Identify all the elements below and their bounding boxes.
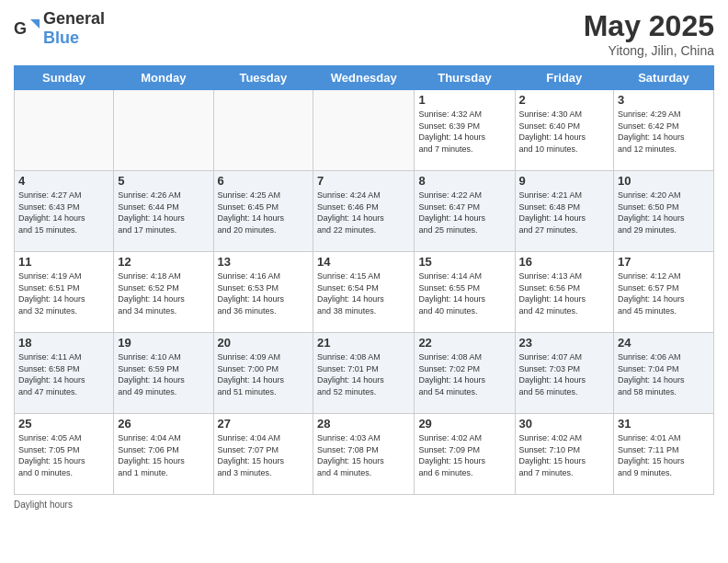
logo-blue: Blue <box>43 29 79 47</box>
calendar-cell: 22Sunrise: 4:08 AM Sunset: 7:02 PM Dayli… <box>415 333 515 414</box>
calendar-cell: 7Sunrise: 4:24 AM Sunset: 6:46 PM Daylig… <box>313 171 415 252</box>
day-number: 9 <box>519 174 610 188</box>
header-tuesday: Tuesday <box>213 66 313 90</box>
calendar-cell <box>114 90 213 171</box>
calendar-cell: 4Sunrise: 4:27 AM Sunset: 6:43 PM Daylig… <box>15 171 114 252</box>
calendar-cell: 3Sunrise: 4:29 AM Sunset: 6:42 PM Daylig… <box>614 90 714 171</box>
calendar-table: Sunday Monday Tuesday Wednesday Thursday… <box>14 65 714 495</box>
day-info: Sunrise: 4:13 AM Sunset: 6:56 PM Dayligh… <box>519 270 610 316</box>
day-info: Sunrise: 4:18 AM Sunset: 6:52 PM Dayligh… <box>118 270 209 316</box>
day-info: Sunrise: 4:05 AM Sunset: 7:05 PM Dayligh… <box>18 432 109 478</box>
day-info: Sunrise: 4:19 AM Sunset: 6:51 PM Dayligh… <box>18 270 109 316</box>
day-info: Sunrise: 4:11 AM Sunset: 6:58 PM Dayligh… <box>18 351 109 397</box>
day-number: 17 <box>618 255 710 269</box>
day-number: 22 <box>418 336 510 350</box>
calendar-cell: 13Sunrise: 4:16 AM Sunset: 6:53 PM Dayli… <box>213 252 313 333</box>
logo-icon: G <box>14 16 40 41</box>
calendar-cell: 29Sunrise: 4:02 AM Sunset: 7:09 PM Dayli… <box>415 414 515 495</box>
day-info: Sunrise: 4:02 AM Sunset: 7:10 PM Dayligh… <box>519 432 610 478</box>
calendar-cell: 17Sunrise: 4:12 AM Sunset: 6:57 PM Dayli… <box>614 252 714 333</box>
title-block: May 2025 Yitong, Jilin, China <box>584 9 714 58</box>
day-number: 18 <box>18 336 109 350</box>
week-row-1: 4Sunrise: 4:27 AM Sunset: 6:43 PM Daylig… <box>15 171 714 252</box>
week-row-2: 11Sunrise: 4:19 AM Sunset: 6:51 PM Dayli… <box>15 252 714 333</box>
day-info: Sunrise: 4:25 AM Sunset: 6:45 PM Dayligh… <box>218 190 310 236</box>
day-info: Sunrise: 4:22 AM Sunset: 6:47 PM Dayligh… <box>418 190 510 236</box>
calendar-cell: 8Sunrise: 4:22 AM Sunset: 6:47 PM Daylig… <box>415 171 515 252</box>
calendar-cell: 31Sunrise: 4:01 AM Sunset: 7:11 PM Dayli… <box>614 414 714 495</box>
calendar-cell: 24Sunrise: 4:06 AM Sunset: 7:04 PM Dayli… <box>614 333 714 414</box>
calendar-cell: 20Sunrise: 4:09 AM Sunset: 7:00 PM Dayli… <box>213 333 313 414</box>
page: G General Blue May 2025 Yitong, Jilin, C… <box>0 0 728 563</box>
day-number: 10 <box>618 174 710 188</box>
svg-text:G: G <box>14 19 27 38</box>
calendar-cell: 14Sunrise: 4:15 AM Sunset: 6:54 PM Dayli… <box>313 252 415 333</box>
footer-note: Daylight hours <box>14 500 714 510</box>
day-number: 30 <box>519 417 610 431</box>
header: G General Blue May 2025 Yitong, Jilin, C… <box>14 9 714 58</box>
calendar-cell: 6Sunrise: 4:25 AM Sunset: 6:45 PM Daylig… <box>213 171 313 252</box>
calendar-cell: 28Sunrise: 4:03 AM Sunset: 7:08 PM Dayli… <box>313 414 415 495</box>
day-number: 27 <box>218 417 310 431</box>
weekday-header-row: Sunday Monday Tuesday Wednesday Thursday… <box>15 66 714 90</box>
day-number: 15 <box>418 255 510 269</box>
day-info: Sunrise: 4:29 AM Sunset: 6:42 PM Dayligh… <box>618 109 710 155</box>
day-info: Sunrise: 4:21 AM Sunset: 6:48 PM Dayligh… <box>519 190 610 236</box>
calendar-cell: 19Sunrise: 4:10 AM Sunset: 6:59 PM Dayli… <box>114 333 213 414</box>
calendar-cell: 16Sunrise: 4:13 AM Sunset: 6:56 PM Dayli… <box>515 252 614 333</box>
calendar-cell: 2Sunrise: 4:30 AM Sunset: 6:40 PM Daylig… <box>515 90 614 171</box>
day-info: Sunrise: 4:16 AM Sunset: 6:53 PM Dayligh… <box>218 270 310 316</box>
day-number: 13 <box>218 255 310 269</box>
day-info: Sunrise: 4:24 AM Sunset: 6:46 PM Dayligh… <box>317 190 410 236</box>
header-friday: Friday <box>515 66 614 90</box>
day-number: 14 <box>317 255 410 269</box>
header-sunday: Sunday <box>15 66 114 90</box>
day-number: 16 <box>519 255 610 269</box>
day-number: 29 <box>418 417 510 431</box>
day-number: 2 <box>519 93 610 107</box>
header-saturday: Saturday <box>614 66 714 90</box>
day-number: 11 <box>18 255 109 269</box>
day-info: Sunrise: 4:02 AM Sunset: 7:09 PM Dayligh… <box>418 432 510 478</box>
calendar-cell: 12Sunrise: 4:18 AM Sunset: 6:52 PM Dayli… <box>114 252 213 333</box>
logo-text: General Blue <box>43 9 105 48</box>
daylight-label: Daylight hours <box>14 500 73 510</box>
svg-marker-1 <box>30 19 40 29</box>
day-number: 12 <box>118 255 209 269</box>
calendar-cell <box>15 90 114 171</box>
calendar-cell: 27Sunrise: 4:04 AM Sunset: 7:07 PM Dayli… <box>213 414 313 495</box>
day-number: 20 <box>218 336 310 350</box>
header-wednesday: Wednesday <box>313 66 415 90</box>
day-info: Sunrise: 4:15 AM Sunset: 6:54 PM Dayligh… <box>317 270 410 316</box>
calendar-cell: 23Sunrise: 4:07 AM Sunset: 7:03 PM Dayli… <box>515 333 614 414</box>
day-info: Sunrise: 4:04 AM Sunset: 7:06 PM Dayligh… <box>118 432 209 478</box>
day-number: 5 <box>118 174 209 188</box>
calendar-cell: 15Sunrise: 4:14 AM Sunset: 6:55 PM Dayli… <box>415 252 515 333</box>
day-info: Sunrise: 4:07 AM Sunset: 7:03 PM Dayligh… <box>519 351 610 397</box>
day-info: Sunrise: 4:04 AM Sunset: 7:07 PM Dayligh… <box>218 432 310 478</box>
day-number: 31 <box>618 417 710 431</box>
day-info: Sunrise: 4:20 AM Sunset: 6:50 PM Dayligh… <box>618 190 710 236</box>
logo-general: General <box>43 9 105 28</box>
day-number: 3 <box>618 93 710 107</box>
calendar-cell: 26Sunrise: 4:04 AM Sunset: 7:06 PM Dayli… <box>114 414 213 495</box>
week-row-0: 1Sunrise: 4:32 AM Sunset: 6:39 PM Daylig… <box>15 90 714 171</box>
day-info: Sunrise: 4:14 AM Sunset: 6:55 PM Dayligh… <box>418 270 510 316</box>
day-info: Sunrise: 4:27 AM Sunset: 6:43 PM Dayligh… <box>18 190 109 236</box>
day-number: 4 <box>18 174 109 188</box>
day-info: Sunrise: 4:03 AM Sunset: 7:08 PM Dayligh… <box>317 432 410 478</box>
week-row-3: 18Sunrise: 4:11 AM Sunset: 6:58 PM Dayli… <box>15 333 714 414</box>
day-number: 21 <box>317 336 410 350</box>
day-info: Sunrise: 4:26 AM Sunset: 6:44 PM Dayligh… <box>118 190 209 236</box>
day-info: Sunrise: 4:12 AM Sunset: 6:57 PM Dayligh… <box>618 270 710 316</box>
logo: G General Blue <box>14 9 105 48</box>
day-info: Sunrise: 4:30 AM Sunset: 6:40 PM Dayligh… <box>519 109 610 155</box>
calendar-cell: 25Sunrise: 4:05 AM Sunset: 7:05 PM Dayli… <box>15 414 114 495</box>
calendar-cell: 21Sunrise: 4:08 AM Sunset: 7:01 PM Dayli… <box>313 333 415 414</box>
month-year: May 2025 <box>584 9 714 43</box>
calendar-cell: 9Sunrise: 4:21 AM Sunset: 6:48 PM Daylig… <box>515 171 614 252</box>
header-thursday: Thursday <box>415 66 515 90</box>
day-info: Sunrise: 4:09 AM Sunset: 7:00 PM Dayligh… <box>218 351 310 397</box>
day-number: 24 <box>618 336 710 350</box>
day-info: Sunrise: 4:08 AM Sunset: 7:02 PM Dayligh… <box>418 351 510 397</box>
